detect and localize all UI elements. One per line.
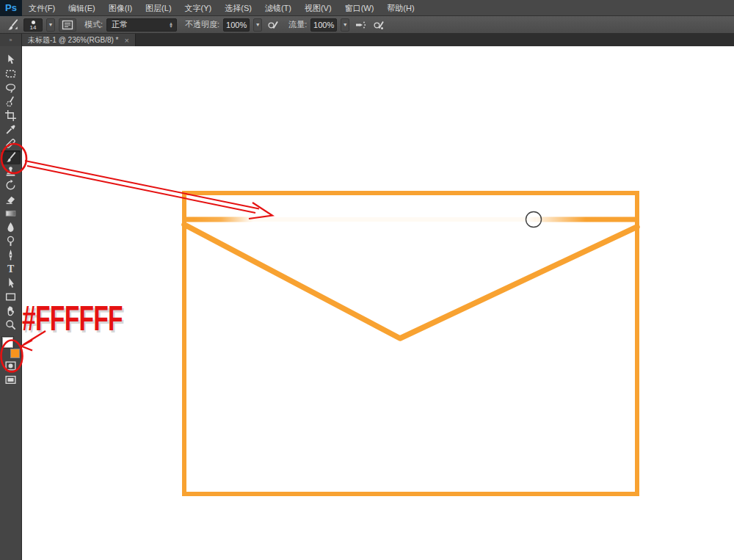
pen-tool[interactable] (1, 248, 21, 262)
mode-label: 模式: (84, 19, 103, 30)
move-tool[interactable] (1, 53, 21, 67)
envelope-rectangle (184, 193, 637, 494)
screen-mode-button[interactable] (1, 373, 21, 387)
airbrush-icon[interactable] (353, 18, 368, 32)
tools-panel-header[interactable]: » (0, 34, 22, 46)
zoom-tool[interactable] (1, 318, 21, 332)
menu-image[interactable]: 图像(I) (102, 0, 139, 16)
dodge-tool[interactable] (1, 234, 21, 248)
combo-arrows-icon: ▲▼ (169, 22, 173, 28)
envelope-drawing (22, 46, 734, 560)
history-brush-tool[interactable] (1, 178, 21, 192)
lasso-tool[interactable] (1, 81, 21, 95)
menu-type[interactable]: 文字(Y) (178, 0, 219, 16)
menu-select[interactable]: 选择(S) (218, 0, 258, 16)
menu-view[interactable]: 视图(V) (298, 0, 338, 16)
quick-mask-button[interactable] (1, 359, 21, 373)
pressure-size-icon[interactable] (371, 18, 386, 32)
crop-tool[interactable] (1, 109, 21, 123)
menu-filter[interactable]: 滤镜(T) (258, 0, 298, 16)
opacity-input[interactable]: 100% (223, 18, 250, 32)
options-bar: 14 ▼ 模式: 正常 ▲▼ 不透明度: 100% ▼ 流量: 100% ▼ (0, 16, 734, 34)
brush-size-preview[interactable]: 14 (23, 18, 43, 32)
envelope-flap (184, 225, 637, 338)
menu-window[interactable]: 窗口(W) (338, 0, 381, 16)
horizontal-type-tool[interactable]: T (1, 262, 21, 276)
gradient-tool[interactable] (1, 206, 21, 220)
hand-tool[interactable] (1, 304, 21, 318)
blend-mode-select[interactable]: 正常 ▲▼ (106, 18, 177, 32)
flow-dropdown-arrow-icon[interactable]: ▼ (341, 18, 349, 32)
document-tab[interactable]: 未标题-1 @ 236%(RGB/8) * × (22, 34, 136, 46)
brush-size-dropdown-arrow-icon[interactable]: ▼ (46, 18, 55, 32)
brush-tool[interactable] (1, 150, 21, 164)
rectangle-tool[interactable] (1, 290, 21, 304)
toggle-brush-panel-button[interactable] (59, 18, 76, 32)
photoshop-window: Ps 文件(F) 编辑(E) 图像(I) 图层(L) 文字(Y) 选择(S) 滤… (0, 0, 734, 560)
spot-healing-brush-tool[interactable] (1, 137, 21, 150)
menu-edit[interactable]: 编辑(E) (62, 0, 102, 16)
pressure-opacity-icon[interactable] (266, 18, 280, 32)
eraser-tool[interactable] (1, 192, 21, 206)
background-color-swatch[interactable] (10, 349, 20, 358)
brush-size-value: 14 (30, 25, 37, 30)
menu-layer[interactable]: 图层(L) (139, 0, 178, 16)
foreground-color-swatch[interactable] (2, 337, 13, 348)
tool-preset-brush-icon[interactable] (5, 18, 20, 32)
menu-help[interactable]: 帮助(H) (380, 0, 421, 16)
clone-stamp-tool[interactable] (1, 164, 21, 178)
flow-label: 流量: (288, 19, 307, 30)
tools-panel: T (0, 46, 22, 560)
opacity-label: 不透明度: (185, 19, 219, 30)
document-canvas[interactable] (22, 46, 734, 560)
eyedropper-tool[interactable] (1, 123, 21, 137)
blur-tool[interactable] (1, 220, 21, 234)
opacity-dropdown-arrow-icon[interactable]: ▼ (253, 18, 262, 32)
brush-cursor-circle (526, 212, 542, 228)
flow-input[interactable]: 100% (310, 18, 337, 32)
blend-mode-value: 正常 (112, 19, 128, 30)
svg-text:T: T (7, 263, 14, 274)
path-selection-tool[interactable] (1, 276, 21, 290)
photoshop-logo: Ps (0, 0, 22, 16)
document-tab-bar: » 未标题-1 @ 236%(RGB/8) * × (0, 34, 734, 46)
menu-bar: Ps 文件(F) 编辑(E) 图像(I) 图层(L) 文字(Y) 选择(S) 滤… (0, 0, 734, 16)
rectangular-marquee-tool[interactable] (1, 67, 21, 81)
quick-selection-tool[interactable] (1, 95, 21, 109)
document-tab-title: 未标题-1 @ 236%(RGB/8) * (28, 35, 119, 46)
menu-file[interactable]: 文件(F) (22, 0, 62, 16)
tab-close-icon[interactable]: × (125, 37, 129, 44)
color-swatches (1, 335, 21, 359)
